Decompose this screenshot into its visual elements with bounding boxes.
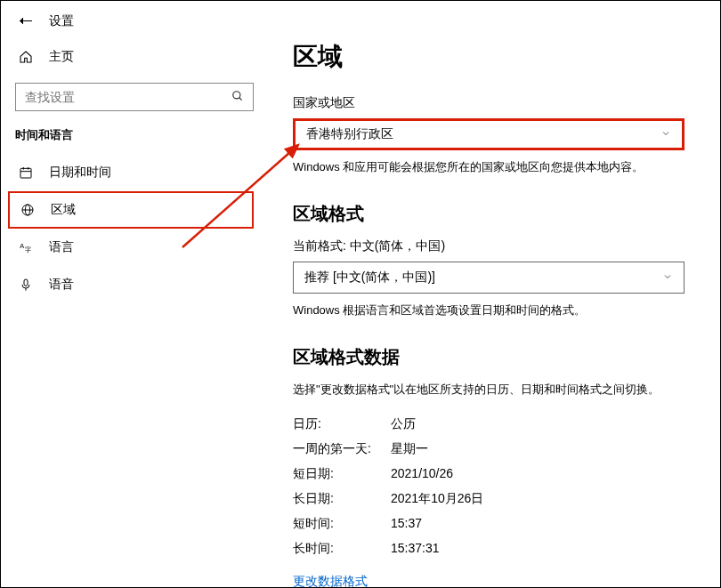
data-row: 长日期: 2021年10月26日 bbox=[293, 487, 695, 511]
home-label: 主页 bbox=[49, 49, 74, 65]
svg-text:A: A bbox=[20, 242, 24, 250]
data-row: 一周的第一天: 星期一 bbox=[293, 437, 695, 462]
globe-icon bbox=[20, 203, 35, 217]
format-value: 推荐 [中文(简体，中国)] bbox=[304, 270, 435, 286]
sidebar-section-header: 时间和语言 bbox=[1, 127, 268, 154]
data-title: 区域格式数据 bbox=[293, 345, 695, 369]
microphone-icon bbox=[19, 278, 33, 292]
search-input[interactable] bbox=[25, 90, 231, 104]
data-row: 短时间: 15:37 bbox=[293, 511, 695, 536]
country-dropdown[interactable]: 香港特别行政区 bbox=[293, 118, 685, 150]
chevron-down-icon bbox=[662, 271, 673, 285]
change-format-link[interactable]: 更改数据格式 bbox=[293, 574, 368, 587]
sidebar-item-datetime[interactable]: 日期和时间 bbox=[1, 154, 268, 191]
data-key: 长时间: bbox=[293, 541, 391, 557]
sidebar-item-label: 日期和时间 bbox=[49, 165, 111, 181]
data-row: 长时间: 15:37:31 bbox=[293, 536, 695, 561]
data-val: 星期一 bbox=[391, 441, 428, 457]
data-key: 一周的第一天: bbox=[293, 441, 391, 457]
sidebar-item-label: 区域 bbox=[51, 202, 76, 218]
svg-rect-11 bbox=[24, 279, 28, 286]
calendar-icon bbox=[19, 165, 33, 180]
data-val: 2021/10/26 bbox=[391, 466, 453, 482]
home-nav[interactable]: 主页 bbox=[1, 42, 268, 72]
sidebar-item-label: 语音 bbox=[49, 277, 74, 293]
data-row: 短日期: 2021/10/26 bbox=[293, 462, 695, 487]
svg-rect-2 bbox=[20, 168, 31, 178]
format-hint: Windows 根据语言和区域首选项设置日期和时间的格式。 bbox=[293, 302, 695, 318]
country-label: 国家或地区 bbox=[293, 95, 695, 111]
svg-text:字: 字 bbox=[25, 246, 31, 253]
country-hint: Windows 和应用可能会根据您所在的国家或地区向您提供本地内容。 bbox=[293, 159, 695, 175]
data-val: 公历 bbox=[391, 416, 416, 432]
data-val: 15:37:31 bbox=[391, 541, 440, 557]
chevron-down-icon bbox=[660, 128, 671, 141]
home-icon bbox=[19, 50, 33, 64]
format-dropdown[interactable]: 推荐 [中文(简体，中国)] bbox=[293, 262, 685, 294]
data-key: 短时间: bbox=[293, 516, 391, 532]
data-hint: 选择"更改数据格式"以在地区所支持的日历、日期和时间格式之间切换。 bbox=[293, 382, 695, 398]
settings-label: 设置 bbox=[49, 13, 74, 29]
sidebar-item-language[interactable]: A字 语言 bbox=[1, 229, 268, 266]
search-box[interactable] bbox=[15, 83, 254, 111]
format-title: 区域格式 bbox=[293, 202, 695, 226]
country-value: 香港特别行政区 bbox=[306, 126, 393, 142]
sidebar-item-speech[interactable]: 语音 bbox=[1, 266, 268, 303]
data-val: 15:37 bbox=[391, 516, 422, 532]
data-val: 2021年10月26日 bbox=[391, 491, 483, 507]
back-button[interactable]: 🠐 bbox=[19, 13, 33, 29]
search-icon bbox=[231, 90, 244, 105]
language-icon: A字 bbox=[19, 240, 33, 254]
sidebar-item-region[interactable]: 区域 bbox=[8, 191, 254, 229]
svg-line-1 bbox=[239, 97, 242, 100]
sidebar: 🠐 设置 主页 时间和语言 日期和时间 区域 bbox=[1, 1, 268, 587]
main-content: 区域 国家或地区 香港特别行政区 Windows 和应用可能会根据您所在的国家或… bbox=[268, 1, 720, 587]
current-format-label: 当前格式: 中文(简体，中国) bbox=[293, 238, 695, 254]
page-title: 区域 bbox=[293, 40, 695, 74]
data-key: 日历: bbox=[293, 416, 391, 432]
data-key: 短日期: bbox=[293, 466, 391, 482]
data-key: 长日期: bbox=[293, 491, 391, 507]
data-row: 日历: 公历 bbox=[293, 412, 695, 437]
sidebar-item-label: 语言 bbox=[49, 239, 74, 255]
svg-point-0 bbox=[233, 91, 240, 98]
